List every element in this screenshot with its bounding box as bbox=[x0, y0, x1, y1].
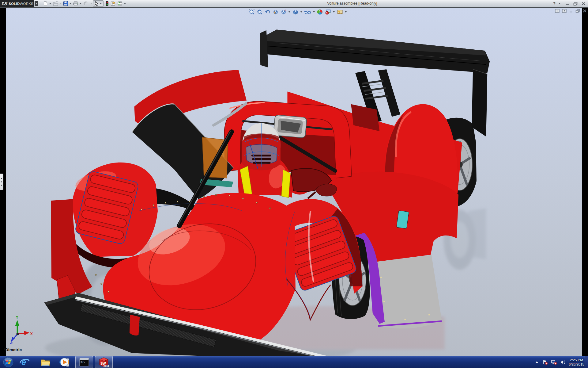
logo-glyph: S bbox=[4, 1, 8, 6]
network-error-icon[interactable] bbox=[551, 359, 557, 365]
view-orientation-icon bbox=[281, 9, 287, 15]
close-icon bbox=[582, 2, 586, 6]
previous-view-icon bbox=[265, 9, 271, 15]
apply-scene-button[interactable] bbox=[324, 9, 332, 15]
select-tool-button[interactable] bbox=[93, 0, 104, 7]
graphics-viewport[interactable]: Y X bbox=[0, 7, 588, 356]
intake-box bbox=[273, 115, 307, 138]
chevron-right-icon bbox=[36, 2, 37, 5]
new-document-button[interactable] bbox=[42, 0, 49, 7]
brand-works: WORKS bbox=[20, 2, 33, 6]
triad-y-label: Y bbox=[16, 315, 18, 320]
start-button[interactable] bbox=[2, 356, 15, 368]
triad-x-label: X bbox=[30, 332, 33, 336]
dropdown-arrow-icon[interactable] bbox=[345, 11, 347, 13]
previous-view-button[interactable] bbox=[264, 9, 271, 15]
taskbar-solidworks[interactable]: SW 2015 bbox=[95, 356, 113, 368]
show-desktop-button[interactable] bbox=[585, 356, 588, 368]
taskbar-internet-explorer[interactable]: e bbox=[18, 356, 31, 368]
save-button[interactable] bbox=[62, 0, 69, 7]
folder-icon bbox=[40, 357, 51, 368]
3d-model-view[interactable]: Y X bbox=[0, 8, 588, 356]
doc-close-button[interactable] bbox=[582, 9, 587, 13]
traffic-light-icon bbox=[105, 1, 109, 6]
save-floppy-icon bbox=[63, 1, 68, 6]
minimize-button[interactable] bbox=[564, 1, 571, 6]
heads-up-view-toolbar bbox=[248, 9, 348, 15]
title-bar: 3 S SOLIDWORKS bbox=[0, 0, 588, 7]
pane-left-icon bbox=[555, 9, 560, 13]
rebuild-button[interactable] bbox=[105, 0, 110, 7]
collapse-pane-right-button[interactable] bbox=[562, 9, 567, 13]
volume-icon[interactable] bbox=[560, 359, 566, 365]
feature-pane-collapsed-tab[interactable] bbox=[0, 174, 3, 190]
edit-appearance-button[interactable] bbox=[316, 9, 324, 15]
undo-arrow-icon bbox=[83, 1, 89, 6]
menu-expand-button[interactable] bbox=[35, 1, 38, 6]
system-tray: 2:25 PM 6/26/2015 bbox=[534, 356, 584, 368]
appearance-sphere-icon bbox=[317, 9, 323, 15]
help-button[interactable]: ? bbox=[552, 1, 557, 6]
window-controls: ? bbox=[552, 1, 587, 6]
document-window-controls bbox=[555, 9, 587, 13]
dropdown-arrow-icon[interactable] bbox=[100, 3, 102, 4]
dropdown-arrow-icon[interactable] bbox=[300, 11, 302, 13]
open-button[interactable] bbox=[52, 0, 59, 7]
wing-right-endplate bbox=[472, 69, 487, 137]
dropdown-arrow-icon[interactable] bbox=[70, 3, 71, 4]
restore-icon bbox=[573, 2, 578, 6]
printer-icon bbox=[73, 1, 78, 6]
taskbar-windows-explorer[interactable] bbox=[39, 356, 52, 368]
solidworks-window: 3 S SOLIDWORKS bbox=[0, 0, 588, 368]
zoom-to-fit-button[interactable] bbox=[248, 9, 255, 15]
dropdown-arrow-icon[interactable] bbox=[288, 11, 290, 13]
dropdown-arrow-icon[interactable] bbox=[333, 11, 335, 13]
pane-right-icon bbox=[562, 9, 567, 13]
section-view-button[interactable] bbox=[272, 9, 279, 15]
clock-time: 2:25 PM bbox=[569, 358, 584, 362]
zoom-to-area-button[interactable] bbox=[256, 9, 263, 15]
dropdown-arrow-icon bbox=[60, 3, 62, 4]
taskbar-media-player[interactable] bbox=[58, 356, 72, 368]
options-button[interactable] bbox=[117, 0, 123, 7]
collapse-pane-left-button[interactable] bbox=[555, 9, 560, 13]
close-icon bbox=[582, 9, 587, 13]
media-player-icon bbox=[59, 357, 70, 368]
options-checklist-icon bbox=[117, 1, 123, 6]
dropdown-arrow-icon[interactable] bbox=[49, 3, 51, 4]
display-style-button[interactable] bbox=[292, 9, 299, 15]
doc-minimize-button[interactable] bbox=[569, 9, 573, 13]
window-title: Voiture assomblee [Read-only] bbox=[327, 1, 377, 6]
taskbar-clock[interactable]: 2:25 PM 6/26/2015 bbox=[569, 358, 584, 366]
view-orientation-button[interactable] bbox=[280, 9, 287, 15]
file-properties-icon bbox=[110, 1, 116, 6]
standard-toolbar bbox=[42, 0, 127, 7]
help-dropdown-arrow-icon[interactable] bbox=[559, 3, 560, 4]
dropdown-arrow-icon[interactable] bbox=[313, 11, 315, 13]
section-view-icon bbox=[273, 9, 279, 15]
windows-start-orb-icon bbox=[3, 357, 14, 368]
print-button[interactable] bbox=[72, 0, 79, 7]
cursor-arrow-icon bbox=[94, 1, 99, 6]
taskbar-command-prompt[interactable]: C:\_ bbox=[75, 356, 93, 368]
file-properties-button[interactable] bbox=[110, 0, 117, 7]
open-folder-icon bbox=[53, 1, 58, 6]
doc-restore-button[interactable] bbox=[575, 9, 580, 13]
dropdown-arrow-icon[interactable] bbox=[80, 3, 81, 4]
command-prompt-icon: C:\_ bbox=[79, 357, 89, 367]
dropdown-arrow-icon[interactable] bbox=[124, 3, 126, 4]
view-settings-button[interactable] bbox=[336, 9, 344, 15]
minimize-icon bbox=[569, 9, 573, 13]
internet-explorer-icon: e bbox=[19, 357, 30, 368]
action-center-flag-icon[interactable] bbox=[542, 359, 548, 365]
clock-date: 6/26/2015 bbox=[569, 362, 584, 366]
close-button[interactable] bbox=[580, 1, 587, 6]
view-orientation-label: *Dimetric bbox=[4, 347, 22, 352]
dropdown-arrow-icon bbox=[90, 3, 92, 4]
new-document-icon bbox=[43, 1, 48, 6]
hide-show-items-button[interactable] bbox=[304, 9, 312, 15]
show-hidden-icons-button[interactable] bbox=[534, 360, 539, 365]
side-window bbox=[396, 211, 409, 229]
restore-button[interactable] bbox=[572, 1, 579, 6]
sw-icon-year: 2015 bbox=[104, 365, 109, 367]
